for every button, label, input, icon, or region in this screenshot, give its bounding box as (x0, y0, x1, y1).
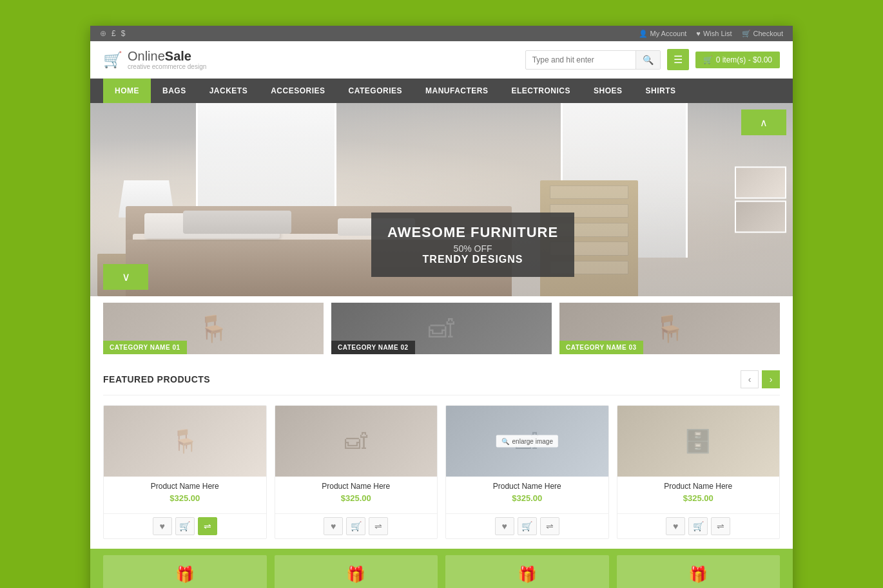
top-bar: ⊕ £ $ 👤 My Account ♥ Wish List 🛒 Checkou… (90, 26, 793, 41)
promo-discount: 50% OFF (387, 243, 558, 254)
product-scene-2: 🛋 (275, 406, 438, 477)
nav-item-shirts: SHIRTS (634, 79, 688, 103)
wishlist-button-3[interactable]: ♥ (495, 517, 514, 535)
promo-title: AWESOME FURNITURE (387, 224, 558, 241)
my-account-link[interactable]: 👤 My Account (639, 30, 687, 38)
product-price-2: $325.00 (282, 493, 431, 503)
cart-button-3[interactable]: 🛒 (518, 517, 537, 535)
slider-prev-button[interactable]: ∨ (103, 264, 148, 290)
bottom-promo-strip: 🎁 🎁 🎁 🎁 (90, 549, 793, 588)
featured-title: FEATURED PRODUCTS (103, 374, 210, 384)
compare-button-1[interactable]: ⇌ (198, 517, 217, 535)
product-image-2: 🛋 (275, 406, 438, 477)
enlarge-badge[interactable]: 🔍 enlarge image (496, 435, 558, 448)
pillow-medium (183, 211, 291, 233)
bottom-promo-1: 🎁 (103, 555, 267, 588)
nav-link-shoes[interactable]: SHOES (582, 79, 634, 103)
bottom-promo-4: 🎁 (617, 555, 781, 588)
wishlist-header-button[interactable]: ☰ (667, 49, 689, 70)
featured-prev-button[interactable]: ‹ (741, 370, 759, 388)
header-right: 🔍 ☰ 🛒 0 item(s) - $0.00 (525, 49, 780, 70)
wish-list-link[interactable]: ♥ Wish List (696, 30, 732, 37)
logo-cart-icon: 🛒 (103, 51, 122, 69)
shopping-cart-icon: 🛒 (703, 55, 713, 64)
product-image-3: 🛋 🔍 enlarge image (446, 406, 608, 477)
bottom-promo-2: 🎁 (275, 555, 438, 588)
promo-icon-3: 🎁 (518, 565, 537, 583)
cart-button-2[interactable]: 🛒 (346, 517, 365, 535)
checkout-link[interactable]: 🛒 Checkout (742, 30, 783, 38)
user-icon: 👤 (639, 30, 648, 38)
product-image-1: 🪑 (104, 406, 266, 477)
nav-item-home: HOME (103, 79, 151, 103)
product-scene-1: 🪑 (104, 406, 266, 477)
nav-link-electronics[interactable]: ELECTRONICS (500, 79, 583, 103)
cart-button-4[interactable]: 🛒 (688, 517, 708, 535)
product-scene-4: 🗄️ (617, 406, 780, 477)
zoom-icon: 🔍 (501, 438, 509, 445)
nav-item-jackets: JACKETS (198, 79, 260, 103)
heart-icon: ♥ (696, 30, 701, 37)
product-card-2: 🛋 Product Name Here $325.00 ♥ 🛒 ⇌ (275, 405, 438, 539)
nav-link-shirts[interactable]: SHIRTS (634, 79, 688, 103)
wishlist-button-2[interactable]: ♥ (324, 517, 343, 535)
nav-link-bags[interactable]: BAGS (151, 79, 198, 103)
currency-gbp-button[interactable]: £ (112, 29, 116, 38)
thumbnail-2[interactable] (735, 201, 786, 233)
wishlist-button-4[interactable]: ♥ (666, 517, 685, 535)
promo-overlay: AWESOME FURNITURE 50% OFF TRENDY DESIGNS (371, 213, 574, 277)
compare-button-4[interactable]: ⇌ (711, 517, 730, 535)
featured-next-button[interactable]: › (762, 370, 780, 388)
product-info-2: Product Name Here $325.00 (275, 477, 438, 513)
chevron-up-icon: ∧ (760, 117, 768, 129)
nav-item-electronics: ELECTRONICS (500, 79, 583, 103)
product-price-3: $325.00 (452, 493, 602, 503)
product-card-3: 🛋 🔍 enlarge image Product Name Here $325… (445, 405, 609, 539)
thumbnail-1[interactable] (735, 167, 786, 199)
nav-link-categories[interactable]: CATEGORIES (337, 79, 414, 103)
globe-icon: ⊕ (100, 29, 106, 38)
nav-link-manufacters[interactable]: MANUFACTERS (414, 79, 500, 103)
compare-button-3[interactable]: ⇌ (540, 517, 559, 535)
search-input[interactable] (526, 52, 636, 68)
nav-item-bags: BAGS (151, 79, 198, 103)
category-card-3[interactable]: 🪑 CATEGORY NAME 03 (559, 303, 780, 354)
product-info-3: Product Name Here $325.00 (446, 477, 608, 513)
cart-header-button[interactable]: 🛒 0 item(s) - $0.00 (695, 52, 780, 68)
category-label-2: CATEGORY NAME 02 (331, 341, 415, 354)
compare-button-2[interactable]: ⇌ (369, 517, 388, 535)
category-card-1[interactable]: 🪑 CATEGORY NAME 01 (103, 303, 324, 354)
product-actions-1: ♥ 🛒 ⇌ (104, 513, 266, 538)
nav-link-accesories[interactable]: ACCESORIES (259, 79, 336, 103)
nav-item-shoes: SHOES (582, 79, 634, 103)
browser-window: ⊕ £ $ 👤 My Account ♥ Wish List 🛒 Checkou… (90, 26, 793, 588)
nav-link-jackets[interactable]: JACKETS (198, 79, 260, 103)
logo: 🛒 OnlineSale creative ecommerce design (103, 49, 206, 70)
currency-usd-button[interactable]: $ (121, 29, 126, 38)
wishlist-button-1[interactable]: ♥ (153, 517, 172, 535)
nav-list: HOME BAGS JACKETS ACCESORIES CATEGORIES … (103, 79, 780, 103)
product-info-4: Product Name Here $325.00 (617, 477, 780, 513)
nav-link-home[interactable]: HOME (103, 79, 151, 103)
product-card-4: 🗄️ Product Name Here $325.00 ♥ 🛒 ⇌ (617, 405, 781, 539)
product-name-3: Product Name Here (452, 482, 602, 491)
product-actions-4: ♥ 🛒 ⇌ (617, 513, 780, 538)
logo-text: OnlineSale creative ecommerce design (128, 49, 206, 70)
product-price-1: $325.00 (110, 493, 260, 503)
bottom-promo-3: 🎁 (445, 555, 609, 588)
header: 🛒 OnlineSale creative ecommerce design 🔍… (90, 41, 793, 79)
search-box: 🔍 (525, 50, 661, 70)
thumbnail-strip (735, 167, 786, 233)
promo-icon-4: 🎁 (688, 565, 708, 583)
featured-nav: ‹ › (741, 370, 780, 388)
product-price-4: $325.00 (624, 493, 773, 503)
search-button[interactable]: 🔍 (636, 51, 660, 69)
category-card-2[interactable]: 🛋 CATEGORY NAME 02 (331, 303, 552, 354)
chevron-down-icon: ∨ (122, 270, 130, 284)
slider-next-button[interactable]: ∧ (741, 109, 786, 135)
product-actions-2: ♥ 🛒 ⇌ (275, 513, 438, 538)
products-grid: 🪑 Product Name Here $325.00 ♥ 🛒 ⇌ 🛋 (103, 405, 780, 539)
cart-button-1[interactable]: 🛒 (175, 517, 195, 535)
top-bar-left: ⊕ £ $ (100, 29, 125, 38)
product-name-2: Product Name Here (282, 482, 431, 491)
